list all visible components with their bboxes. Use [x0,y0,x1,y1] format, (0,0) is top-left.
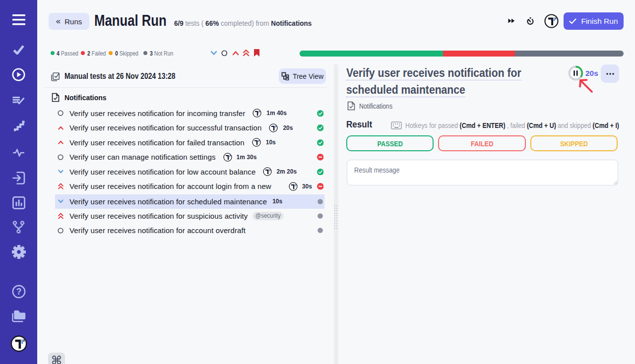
svg-text:?: ? [16,287,21,297]
